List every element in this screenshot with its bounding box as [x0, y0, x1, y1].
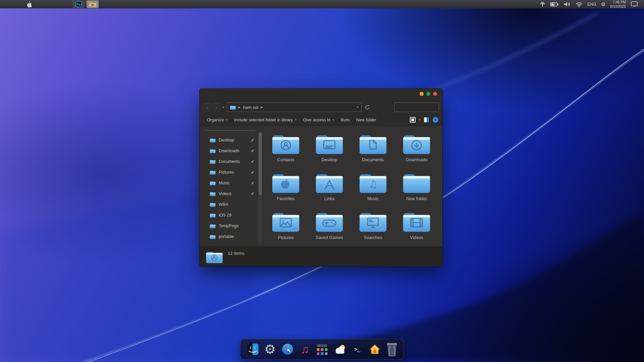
burn-button[interactable]: Burn: [337, 116, 353, 124]
folder-videos[interactable]: Videos: [395, 209, 438, 248]
sidebar-item-label: Pictures: [219, 170, 234, 175]
contacts-folder-icon: [205, 250, 223, 264]
organize-button[interactable]: Organize▾: [204, 116, 231, 124]
folder-music[interactable]: ♫Music: [351, 170, 395, 209]
change-view-button[interactable]: [410, 117, 416, 123]
folder-label: Pictures: [278, 235, 294, 240]
sidebar-item-music[interactable]: Music: [200, 178, 257, 188]
preview-pane-button[interactable]: [424, 117, 429, 123]
close-button[interactable]: [433, 92, 437, 96]
launchpad-apps-grid: [317, 348, 328, 355]
command-toolbar: Organize▾Include selected folder in libr…: [200, 114, 442, 126]
sidebar-item-wba[interactable]: WBA: [200, 199, 257, 210]
navigation-row: ‹ › ▾ ▶ ham sol ▶ ▾: [200, 101, 442, 114]
include-selected-folder-in-library-button[interactable]: Include selected folder in library▾: [231, 116, 300, 124]
sidebar-item-portable[interactable]: portable: [200, 231, 257, 242]
folder-saved-games[interactable]: Saved Games: [308, 209, 351, 248]
folder-downloads[interactable]: Downloads: [395, 131, 438, 170]
folder-desktop[interactable]: Desktop: [308, 131, 351, 170]
sidebar-scrollbar[interactable]: [258, 131, 262, 244]
dock: ⚙ ♫ >_: [240, 339, 404, 360]
sidebar-item-ios-26[interactable]: iOS 26: [200, 210, 257, 221]
pin-icon: [250, 149, 255, 153]
sidebar-item-downloads[interactable]: Downloads: [200, 145, 257, 156]
folder-favorites[interactable]: Favorites: [264, 170, 308, 209]
music-folder-icon: ♫: [358, 171, 388, 194]
wifi-icon[interactable]: [576, 2, 583, 7]
folder-new-folder[interactable]: New folder: [395, 170, 438, 209]
finder-dock-item[interactable]: [245, 342, 260, 357]
finder-icon: [246, 343, 259, 356]
folder-icon: [210, 234, 216, 239]
settings-gear-icon: ⚙: [264, 343, 276, 356]
forward-button[interactable]: ›: [212, 103, 220, 111]
sidebar-item-temppngs[interactable]: TempPngs: [200, 221, 257, 231]
folder-label: Contacts: [277, 157, 294, 162]
sidebar-item-pictures[interactable]: Pictures: [200, 167, 257, 178]
trash-icon: [385, 342, 398, 357]
taskbar-file-explorer-app[interactable]: [87, 0, 99, 8]
music-dock-item[interactable]: ♫: [297, 342, 313, 357]
address-bar[interactable]: ▶ ham sol ▶ ▾: [227, 103, 362, 112]
window-titlebar[interactable]: [200, 88, 442, 101]
settings-gear-icon[interactable]: ⚙: [601, 2, 605, 7]
folder-documents[interactable]: Documents: [351, 131, 395, 170]
sidebar-scrollbar-thumb[interactable]: [259, 133, 262, 195]
toolbar-button-label: Give access to: [303, 118, 331, 122]
breadcrumb-arrow-icon: ▶: [238, 106, 241, 109]
sidebar-item-videos[interactable]: Videos: [200, 188, 257, 199]
file-explorer-icon: [89, 1, 96, 7]
apple-menu[interactable]: [22, 1, 36, 7]
minimize-button[interactable]: [420, 92, 424, 96]
clock-date: 8/10/2025: [610, 4, 626, 8]
sidebar-item-desktop[interactable]: Desktop: [200, 135, 257, 145]
contacts-folder-icon: [271, 132, 301, 156]
safari-dock-item[interactable]: [279, 342, 295, 357]
notifications-icon[interactable]: [631, 1, 638, 7]
home-dock-item[interactable]: [367, 342, 382, 357]
folder-searches[interactable]: Searches: [351, 209, 395, 248]
launchpad-dock-item[interactable]: [314, 342, 330, 357]
weather-dock-item[interactable]: [332, 342, 347, 357]
breadcrumb-location[interactable]: ham sol: [243, 105, 258, 110]
settings-dock-item[interactable]: ⚙: [262, 342, 278, 357]
documents-folder-icon: [358, 132, 388, 156]
folder-label: Searches: [364, 235, 382, 240]
help-button[interactable]: ?: [433, 117, 438, 123]
folder-label: Music: [367, 196, 379, 201]
volume-icon[interactable]: [564, 1, 571, 7]
navigation-pane: Desktop Downloads Documents Pictures Mus…: [200, 126, 264, 246]
zoom-button[interactable]: [426, 92, 430, 96]
folder-links[interactable]: Links: [308, 170, 351, 209]
back-button[interactable]: ‹: [203, 103, 211, 111]
weather-cloud-icon: [333, 344, 346, 355]
give-access-to-button[interactable]: Give access to▾: [300, 116, 337, 124]
pin-icon: [250, 170, 255, 175]
taskbar-photoshop-app[interactable]: Ps: [72, 0, 85, 8]
new-folder-button[interactable]: New folder: [353, 116, 380, 124]
folder-icon: [210, 213, 216, 218]
terminal-dock-item[interactable]: >_: [349, 342, 365, 357]
battery-charging-icon[interactable]: [550, 2, 559, 7]
search-box[interactable]: [394, 103, 439, 112]
menu-bar: Ps ENG ⚙ 7:46 PM: [0, 0, 644, 8]
sidebar-item-label: Desktop: [219, 138, 234, 142]
saved-games-folder-icon: [315, 210, 344, 233]
language-indicator[interactable]: ENG: [587, 2, 596, 7]
sidebar-item-documents[interactable]: Documents: [200, 156, 257, 167]
pin-icon: [250, 138, 255, 142]
hidden-items-icon[interactable]: [540, 1, 545, 7]
refresh-button[interactable]: [363, 105, 372, 110]
recent-locations-dropdown[interactable]: ▾: [222, 106, 224, 109]
sidebar-item-label: WBA: [219, 202, 228, 207]
breadcrumb-arrow-icon[interactable]: ▶: [261, 106, 263, 109]
clock[interactable]: 7:46 PM 8/10/2025: [610, 0, 626, 8]
change-view-dropdown-icon[interactable]: ▾: [419, 118, 420, 121]
folder-contacts[interactable]: Contacts: [264, 131, 308, 170]
folder-label: Links: [324, 196, 334, 201]
trash-dock-item[interactable]: [384, 342, 400, 357]
folder-icon: [210, 191, 216, 196]
address-dropdown-icon[interactable]: ▾: [357, 106, 359, 109]
search-input[interactable]: [394, 105, 442, 110]
folder-pictures[interactable]: Pictures: [264, 209, 308, 248]
